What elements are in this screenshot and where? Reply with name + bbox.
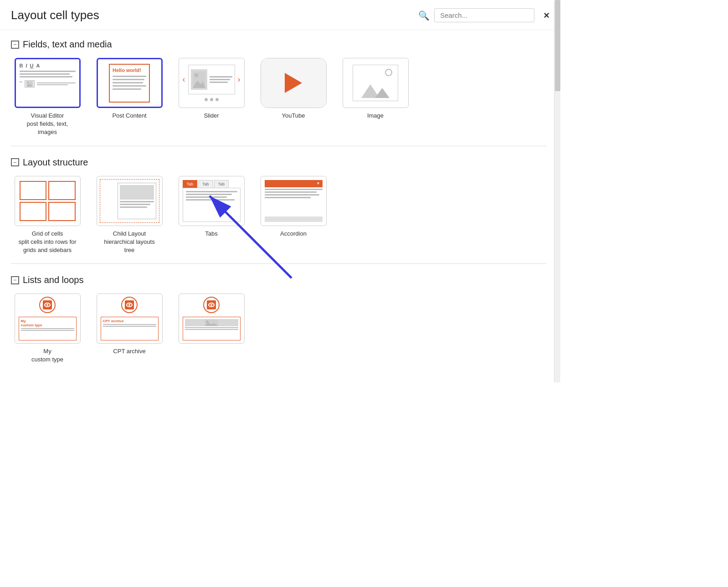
ve-italic: I [26,63,27,68]
header-right: 🔍 × [418,8,549,22]
ve-image-small [25,80,35,88]
tabs-thumb[interactable]: Tab Tab Tab [179,176,245,226]
cell-item-accordion[interactable]: ▼ Accordion [257,176,330,255]
cl-line3 [120,206,147,208]
collapse-layout-icon[interactable]: − [11,158,19,166]
cell-item-loop3[interactable] [175,294,248,364]
visual-editor-thumb[interactable]: B I U A " [15,58,81,108]
ve-text-lines [20,71,76,77]
slider-image [191,69,207,90]
pc-line3 [113,82,143,83]
main-content: − Fields, text and media B I U A [0,30,560,382]
mc-line1 [21,328,74,329]
ve-list [37,82,75,85]
section-title-layout: Layout structure [23,157,88,168]
img-mountains [361,84,390,98]
gc-cell4 [48,202,76,221]
cpt-line2 [103,326,156,327]
child-layout-label: Child Layouthierarchical layoutstree [104,230,154,255]
cell-item-child-layout[interactable]: Child Layouthierarchical layoutstree [93,176,166,255]
dialog-header: Layout cell types 🔍 × [0,0,560,30]
scrollbar[interactable] [554,0,560,382]
gc-cell3 [20,202,47,221]
accordion-thumb[interactable]: ▼ [261,176,327,226]
svg-point-1 [27,82,29,83]
post-content-thumb[interactable]: Hello world! [97,58,163,108]
grid-cells-label: Grid of cellssplit cells into rows forgr… [18,230,76,255]
img-sun [385,69,392,76]
youtube-thumb[interactable] [261,58,327,108]
slider-right-arrow: › [238,75,241,84]
ve-row2: " [20,80,76,88]
loop3-calendar-icon [207,300,216,309]
collapse-fields-icon[interactable]: − [11,41,19,49]
slider-label: Slider [204,112,219,120]
s-line3 [210,82,228,83]
loop3-card-img [185,319,238,326]
svg-point-4 [195,73,198,77]
loop3-card [183,317,241,340]
grid-cells-thumb[interactable] [15,176,81,226]
image-placeholder [353,65,398,101]
tabs-label: Tabs [205,230,217,238]
ve-underline: U [30,63,34,68]
acc-arrow-icon: ▼ [317,181,320,185]
collapse-lists-icon[interactable]: − [11,276,19,284]
ve-quote-icon: " [20,80,23,88]
cl-image [120,185,154,200]
scrollbar-thumb[interactable] [555,0,560,91]
loop3-eye-icon [208,303,215,307]
search-input[interactable] [434,8,534,22]
grid-cells-inner [15,176,80,226]
lists-items-grid: Mycustom type Mycustom type [11,294,547,364]
gc-row2 [20,202,76,221]
cpt-archive-thumb[interactable]: CPT archive [97,294,163,344]
my-custom-type-icon-circle [39,297,56,313]
section-header-lists: − Lists and loops [11,275,547,285]
cell-item-grid-cells[interactable]: Grid of cellssplit cells into rows forgr… [11,176,84,255]
cl-line1 [120,201,154,202]
slider-thumb[interactable]: ‹ [179,58,245,108]
tabs-inner: Tab Tab Tab [179,176,244,226]
visual-editor-label: Visual Editorpost fields, text,images [27,112,68,137]
youtube-inner [261,58,326,108]
my-custom-type-label: Mycustom type [31,347,63,364]
my-custom-card: Mycustom type [19,317,77,340]
cell-item-image[interactable]: Image [339,58,412,137]
acc-line3 [265,194,320,196]
cpt-eye-icon [126,303,133,307]
cell-item-visual-editor[interactable]: B I U A " [11,58,84,137]
gc-cell1 [20,181,47,200]
divider-1 [11,146,547,146]
page-title: Layout cell types [11,8,99,22]
my-custom-type-thumb[interactable]: Mycustom type [15,294,81,344]
tabs-line1 [186,191,237,192]
loop3-line1 [185,327,238,328]
section-fields: − Fields, text and media B I U A [11,39,547,137]
section-header-layout: − Layout structure [11,157,547,168]
dot1 [205,98,208,101]
slider-left-arrow: ‹ [183,75,185,84]
yt-play-icon [285,73,302,93]
ve-line2 [20,73,70,75]
eye-dot [46,304,48,306]
cpt-line1 [103,324,156,325]
close-button[interactable]: × [543,10,549,21]
cell-item-tabs[interactable]: Tab Tab Tab Tabs [175,176,248,255]
cell-item-post-content[interactable]: Hello world! Post Content [93,58,166,137]
child-layout-thumb[interactable] [97,176,163,226]
calendar-icon [43,300,52,309]
image-thumb[interactable] [343,58,409,108]
ve-line3 [20,76,73,77]
slider-card [188,65,235,94]
cell-item-cpt-archive[interactable]: CPT archive CPT archive [93,294,166,364]
cell-item-my-custom-type[interactable]: Mycustom type Mycustom type [11,294,84,364]
loop3-thumb[interactable] [179,294,245,344]
cell-item-youtube[interactable]: YouTube [257,58,330,137]
section-header-fields: − Fields, text and media [11,39,547,50]
cell-item-slider[interactable]: ‹ [175,58,248,137]
cl-inner [118,183,156,219]
acc-line1 [265,189,323,190]
cpt-calendar-icon [125,300,134,309]
ve-line1 [20,71,76,72]
